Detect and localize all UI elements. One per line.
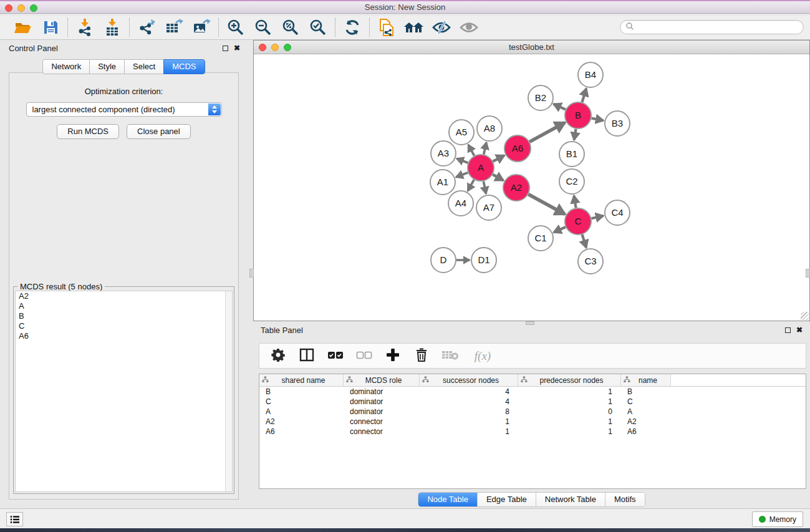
mcds-result-item[interactable]: B [16,311,232,321]
edge-B-B1[interactable] [574,129,576,140]
zoom-out-button[interactable] [253,17,274,37]
table-row[interactable]: Adominator80A [259,407,806,417]
mcds-result-item[interactable]: A6 [16,331,232,341]
select-all-columns-button[interactable] [328,349,343,364]
minimize-window-button[interactable] [17,4,25,12]
node-C3[interactable]: C3 [578,249,603,274]
edge-A-A5[interactable] [468,145,475,155]
node-C2[interactable]: C2 [559,169,584,194]
export-image-button[interactable] [191,17,212,37]
column-header-shared-name[interactable]: shared name [259,374,344,386]
search-box[interactable] [620,20,804,34]
node-A[interactable]: A [468,155,494,181]
left-splitter-grip[interactable] [249,269,254,278]
edge-C-C1[interactable] [554,227,566,233]
import-network-button[interactable] [74,17,95,37]
column-header-name[interactable]: name [621,374,671,386]
delete-column-button[interactable] [414,349,429,364]
edge-B-B2[interactable] [554,104,566,110]
edge-A-A6[interactable] [493,155,504,162]
export-network-button[interactable] [136,17,157,37]
close-panel-icon[interactable]: ✖ [234,44,240,52]
settings-gear-button[interactable] [271,349,286,364]
tab-network[interactable]: Network [42,59,90,74]
edge-A-A3[interactable] [456,158,468,163]
mcds-result-item[interactable]: A [16,301,232,311]
optimization-criterion-select[interactable]: largest connected component (directed) [26,102,222,117]
export-table-button[interactable] [163,17,185,37]
table-row[interactable]: Cdominator41C [259,397,806,407]
table-row[interactable]: A6connector11A6 [259,427,806,437]
column-header-MCDS-role[interactable]: MCDS role [344,374,420,386]
node-C1[interactable]: C1 [528,226,553,251]
memory-button[interactable]: Memory [752,511,803,527]
network-canvas[interactable]: B4B2BB3A8A5A6A3B1AA1C2A2A4A7C4CC1C3DD1 [254,54,809,321]
edge-B-B4[interactable] [582,89,586,102]
edge-C-C2[interactable] [574,196,576,208]
run-mcds-button[interactable]: Run MCDS [57,124,119,139]
zoom-fit-button[interactable] [280,17,301,37]
mcds-result-item[interactable]: C [16,321,232,331]
function-builder-button[interactable]: f(x) [471,349,494,364]
first-neighbors-button[interactable] [403,17,425,37]
node-A8[interactable]: A8 [477,116,502,141]
zoom-selected-button[interactable] [307,17,329,37]
network-window-titlebar[interactable]: testGlobe.txt [254,41,809,54]
edge-A-A4[interactable] [468,180,474,191]
mcds-result-item[interactable]: A2 [16,291,232,301]
save-session-button[interactable] [40,17,61,37]
node-A3[interactable]: A3 [431,141,456,166]
search-input[interactable] [634,23,798,32]
tab-mcds[interactable]: MCDS [163,59,205,74]
table-row[interactable]: Bdominator41B [259,387,806,397]
node-B4[interactable]: B4 [578,62,603,87]
import-table-button[interactable] [102,17,123,37]
network-zoom-button[interactable] [284,44,291,51]
edge-A-A1[interactable] [456,173,468,177]
show-details-button[interactable] [458,17,480,37]
close-window-button[interactable] [5,4,12,12]
column-header-predecessor-nodes[interactable]: predecessor nodes [518,374,621,386]
deselect-all-columns-button[interactable] [357,349,372,364]
refresh-layout-button[interactable] [342,17,363,37]
node-B[interactable]: B [565,102,591,128]
zoom-window-button[interactable] [30,4,37,12]
node-B2[interactable]: B2 [528,85,553,110]
edge-A-A8[interactable] [484,142,486,154]
delete-table-button[interactable] [443,349,458,364]
tab-select[interactable]: Select [124,59,164,74]
edge-C-C3[interactable] [582,235,587,248]
clone-network-button[interactable] [376,17,397,37]
node-D1[interactable]: D1 [471,248,496,273]
node-B3[interactable]: B3 [605,111,630,136]
panel-menu-button[interactable] [6,512,23,526]
node-A2[interactable]: A2 [503,175,529,201]
node-C[interactable]: C [565,208,591,235]
add-column-button[interactable] [385,349,400,364]
edge-C-C4[interactable] [591,216,603,218]
edge-A2-C[interactable] [528,195,565,215]
tab-network-table[interactable]: Network Table [536,493,605,506]
edge-A6-B[interactable] [529,123,565,142]
zoom-in-button[interactable] [225,17,246,37]
window-resize-grip[interactable] [801,312,809,320]
tab-edge-table[interactable]: Edge Table [477,493,536,506]
mcds-list-scrollbar[interactable] [225,291,232,491]
hide-details-button[interactable] [431,17,452,37]
network-minimize-button[interactable] [271,44,279,51]
node-B1[interactable]: B1 [559,142,584,167]
tab-node-table[interactable]: Node Table [418,493,477,506]
right-splitter-grip[interactable] [806,269,810,278]
node-A7[interactable]: A7 [476,195,501,220]
node-A6[interactable]: A6 [504,135,531,162]
tab-motifs[interactable]: Motifs [605,493,645,506]
edge-A-A2[interactable] [493,175,503,180]
column-header-successor-nodes[interactable]: successor nodes [420,374,518,386]
float-panel-icon[interactable] [223,46,228,51]
mcds-result-list[interactable]: A2ABCA6 [15,291,233,492]
table-row[interactable]: A2connector11A2 [259,417,806,427]
tab-style[interactable]: Style [89,59,125,74]
node-A4[interactable]: A4 [448,191,473,216]
node-A1[interactable]: A1 [430,170,455,195]
network-close-button[interactable] [259,44,266,51]
